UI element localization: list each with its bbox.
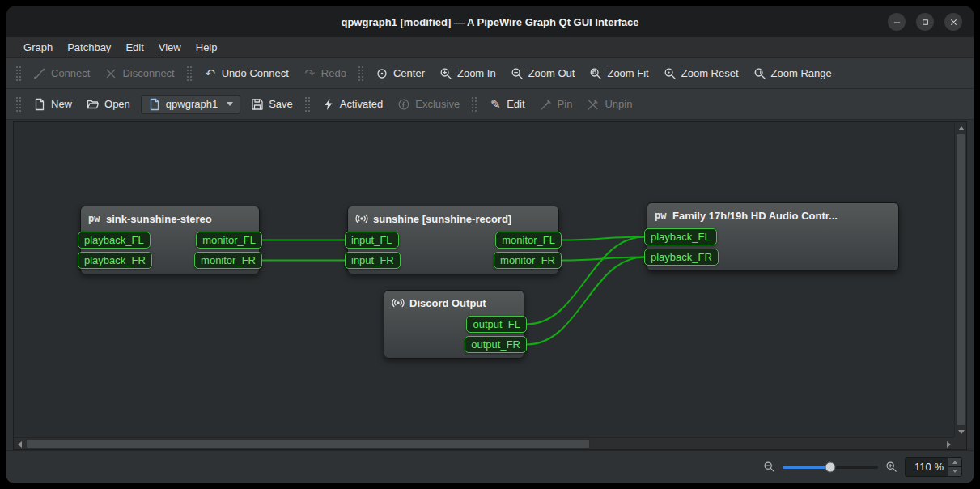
port-playback-fl[interactable]: playback_FL: [644, 228, 717, 245]
horizontal-scrollbar[interactable]: [14, 437, 954, 449]
port-monitor-fr[interactable]: monitor_FR: [194, 252, 262, 269]
toolbar-button-unpin[interactable]: Unpin: [579, 94, 639, 115]
toolbar-button-disconnect[interactable]: Disconnect: [97, 63, 181, 84]
port-output-fr[interactable]: output_FR: [465, 336, 527, 353]
zoom-in-icon[interactable]: [885, 461, 897, 473]
zoom-out-icon[interactable]: [763, 461, 775, 473]
toolbar-handle[interactable]: [15, 96, 22, 113]
toolbar-button-zoom-reset[interactable]: Zoom Reset: [656, 63, 746, 84]
node-port-row: playback_FL: [652, 228, 893, 245]
app-window: qpwgraph1 [modified] — A PipeWire Graph …: [6, 6, 974, 483]
node-port-row: input_FRmonitor_FR: [353, 252, 554, 269]
vertical-scrollbar[interactable]: [954, 122, 966, 437]
titlebar: qpwgraph1 [modified] — A PipeWire Graph …: [6, 6, 974, 37]
toolbar-patchbay: NewOpenqpwgraph1SaveActivatedExclusive✎E…: [6, 89, 974, 120]
toolbar-button-label: Redo: [321, 67, 346, 79]
vertical-scrollbar-thumb[interactable]: [956, 134, 965, 426]
canvas-frame: pwsink-sunshine-stereoplayback_FLmonitor…: [13, 121, 967, 450]
scroll-left-icon[interactable]: [14, 438, 25, 450]
port-slot-left: playback_FR: [644, 249, 719, 266]
port-slot-right: monitor_FR: [494, 252, 562, 269]
graph-canvas[interactable]: pwsink-sunshine-stereoplayback_FLmonitor…: [14, 122, 954, 437]
toolbar-button-label: Zoom Range: [771, 67, 832, 79]
menu-edit[interactable]: Edit: [118, 37, 151, 57]
port-playback-fr[interactable]: playback_FR: [644, 249, 719, 266]
node-port-row: playback_FRmonitor_FR: [86, 252, 254, 269]
toolbar-button-zoom-in[interactable]: Zoom In: [432, 63, 503, 84]
toolbar-button-label: Exclusive: [415, 98, 460, 110]
zoom-spinbox[interactable]: 110 %: [905, 457, 962, 477]
speaker-icon: [355, 212, 368, 225]
save-icon: [251, 98, 264, 111]
menu-graph[interactable]: Graph: [16, 37, 60, 57]
toolbar-button-pin[interactable]: Pin: [532, 94, 580, 115]
toolbar-handle[interactable]: [304, 96, 311, 113]
toolbar-button-save[interactable]: Save: [244, 94, 300, 115]
toolbar-button-activated[interactable]: Activated: [315, 94, 390, 115]
node-port-row: output_FL: [389, 316, 519, 333]
toolbar-button-center[interactable]: Center: [368, 63, 432, 84]
toolbar-button-edit[interactable]: ✎Edit: [482, 94, 532, 115]
graph-node-sink[interactable]: pwsink-sunshine-stereoplayback_FLmonitor…: [80, 206, 260, 274]
maximize-button[interactable]: [916, 13, 934, 31]
toolbar-button-label: New: [51, 98, 72, 110]
activated-icon: [322, 98, 335, 111]
port-playback-fl[interactable]: playback_FL: [78, 232, 151, 249]
graph-node-family[interactable]: pwFamily 17h/19h HD Audio Contr...playba…: [647, 202, 899, 271]
toolbar-button-zoom-fit[interactable]: Zoom Fit: [582, 63, 655, 84]
scroll-up-icon[interactable]: [955, 122, 967, 134]
menu-help[interactable]: Help: [189, 37, 225, 57]
redo-icon: ↷: [303, 67, 316, 80]
toolbar-button-zoom-out[interactable]: Zoom Out: [503, 63, 583, 84]
toolbar-handle[interactable]: [186, 66, 193, 82]
zoom-slider-handle[interactable]: [825, 461, 836, 472]
scroll-down-icon[interactable]: [955, 426, 967, 437]
window-title: qpwgraph1 [modified] — A PipeWire Graph …: [341, 16, 638, 28]
zoom-slider[interactable]: [783, 461, 878, 473]
toolbar-button-new[interactable]: New: [26, 94, 79, 115]
scroll-right-icon[interactable]: [943, 438, 954, 450]
toolbar-handle[interactable]: [358, 66, 364, 82]
port-slot-right: output_FL: [466, 316, 527, 333]
port-slot-right: monitor_FL: [495, 232, 562, 249]
toolbar-button-redo[interactable]: ↷Redo: [296, 63, 354, 84]
toolbar-button-connect[interactable]: Connect: [26, 63, 97, 84]
zoom-spin-up-icon[interactable]: [948, 458, 961, 467]
menu-view[interactable]: View: [151, 37, 189, 57]
port-monitor-fl[interactable]: monitor_FL: [196, 232, 262, 249]
node-port-row: input_FLmonitor_FL: [353, 232, 554, 249]
toolbar-button-label: Unpin: [605, 98, 632, 110]
port-playback-fr[interactable]: playback_FR: [78, 252, 152, 269]
window-controls: [888, 13, 962, 31]
minimize-button[interactable]: [888, 13, 906, 31]
toolbar-button-undo-connect[interactable]: ↶Undo Connect: [197, 63, 296, 84]
toolbar-handle[interactable]: [15, 66, 22, 82]
scrollbar-corner: [954, 437, 966, 449]
toolbar-button-label: Open: [104, 98, 130, 110]
statusbar: 110 %: [6, 450, 974, 483]
graph-node-discord[interactable]: Discord Outputoutput_FLoutput_FR: [384, 290, 524, 359]
toolbar-button-label: Zoom Out: [528, 67, 575, 79]
node-title: Family 17h/19h HD Audio Contr...: [672, 210, 838, 222]
node-title: sink-sunshine-stereo: [106, 213, 212, 225]
toolbar-button-open[interactable]: Open: [79, 94, 138, 115]
port-output-fl[interactable]: output_FL: [466, 316, 527, 333]
port-input-fl[interactable]: input_FL: [345, 232, 399, 249]
close-icon: [948, 17, 959, 28]
port-monitor-fr[interactable]: monitor_FR: [494, 252, 562, 269]
close-button[interactable]: [944, 13, 962, 31]
toolbar-button-label: Disconnect: [122, 67, 174, 79]
horizontal-scrollbar-thumb[interactable]: [26, 439, 590, 449]
toolbar-button-exclusive[interactable]: Exclusive: [390, 94, 467, 115]
graph-node-sunshine[interactable]: sunshine [sunshine-record]input_FLmonito…: [347, 206, 559, 274]
zoom-in-icon: [439, 67, 452, 80]
zoom-value[interactable]: 110 %: [906, 458, 948, 476]
toolbar-button-zoom-range[interactable]: Zoom Range: [746, 63, 839, 84]
port-monitor-fl[interactable]: monitor_FL: [495, 232, 562, 249]
zoom-slider-fill: [783, 466, 830, 469]
menu-patchbay[interactable]: Patchbay: [60, 37, 118, 57]
zoom-spin-down-icon[interactable]: [948, 466, 961, 476]
port-input-fr[interactable]: input_FR: [345, 252, 401, 269]
patchbay-combo[interactable]: qpwgraph1: [141, 95, 240, 114]
toolbar-handle[interactable]: [471, 96, 477, 113]
